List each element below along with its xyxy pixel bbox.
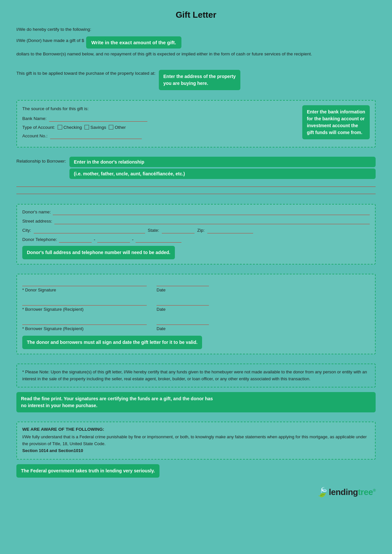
bank-info-row: The source of funds for this gift is: Ba… bbox=[22, 105, 370, 142]
aware-text: I/We fully understand that is a Federal … bbox=[22, 434, 370, 454]
donor-name-row: Donor's name: bbox=[22, 209, 370, 215]
property-callout: Enter the address of the propertyyou are… bbox=[159, 70, 240, 90]
lendingtree-logo: 🍃 lendingtree® bbox=[316, 487, 376, 498]
logo-text: lendingtree® bbox=[329, 487, 376, 497]
date-label-1: Date bbox=[157, 287, 209, 292]
date-line-3[interactable] bbox=[157, 318, 209, 325]
date-block-3: Date bbox=[157, 318, 209, 331]
date-block-2: Date bbox=[157, 298, 209, 312]
checking-cb-bracket bbox=[58, 125, 62, 129]
donor-sig-row: * Donor Signature Date bbox=[22, 279, 370, 292]
logo-row: 🍃 lendingtree® bbox=[16, 487, 376, 498]
bank-callout-wrapper: Enter the bank informationfor the bankin… bbox=[302, 105, 370, 139]
borrower-sig1-label: * Borrower Signature (Recipient) bbox=[22, 307, 147, 312]
bank-name-row: Bank Name: bbox=[22, 116, 297, 122]
date-block-1: Date bbox=[157, 279, 209, 292]
donor-name-field[interactable] bbox=[53, 209, 370, 215]
account-no-label: Account No.: bbox=[22, 133, 47, 138]
state-field[interactable] bbox=[162, 228, 195, 233]
city-label: City: bbox=[22, 228, 31, 233]
other-checkbox[interactable]: Other bbox=[109, 125, 126, 130]
borrower-sig2-row: * Borrower Signature (Recipient) Date bbox=[22, 318, 370, 331]
aware-title: WE ARE AWARE OF THE FOLLOWING: bbox=[22, 427, 370, 432]
street-address-row: Street address: bbox=[22, 218, 370, 224]
savings-label: Savings bbox=[90, 125, 106, 130]
signature-box: * Donor Signature Date * Borrower Signat… bbox=[16, 274, 376, 354]
phone-label: Donor Telephone: bbox=[22, 237, 57, 242]
relationship-callout2: (i.e. mother, father, uncle, aunt, fianc… bbox=[69, 168, 376, 179]
state-label: State: bbox=[148, 228, 159, 233]
phone-last[interactable] bbox=[136, 237, 181, 243]
property-line-before: This gift is to be applied toward the pu… bbox=[16, 70, 156, 77]
gift-line-after: dollars to the Borrower(s) named below, … bbox=[16, 50, 312, 58]
borrower-sig2-block: * Borrower Signature (Recipient) bbox=[22, 318, 147, 331]
checking-checkbox[interactable]: Checking bbox=[58, 125, 82, 130]
donor-info-box: Donor's name: Street address: City: Stat… bbox=[16, 204, 376, 265]
relationship-label: Relationship to Borrower: bbox=[16, 157, 66, 164]
bank-name-label: Bank Name: bbox=[22, 116, 47, 121]
relationship-field2[interactable] bbox=[16, 188, 376, 194]
account-no-row: Account No.: bbox=[22, 133, 297, 139]
borrower-sig1-row: * Borrower Signature (Recipient) Date bbox=[22, 298, 370, 312]
funds-source: The source of funds for this gift is: bbox=[22, 105, 297, 112]
relationship-row: Relationship to Borrower: Enter in the d… bbox=[16, 157, 376, 179]
other-label: Other bbox=[115, 125, 126, 130]
gift-amount-line: I/We (Donor) have made a gift of $ Write… bbox=[16, 36, 376, 61]
relationship-callout1: Enter in the donor's relationship bbox=[69, 157, 376, 167]
bank-name-field[interactable] bbox=[49, 116, 147, 122]
page-title: Gift Letter bbox=[16, 10, 376, 20]
bank-callout: Enter the bank informationfor the bankin… bbox=[302, 105, 370, 139]
borrower-sig2-label: * Borrower Signature (Recipient) bbox=[22, 326, 147, 331]
zip-field[interactable] bbox=[207, 228, 253, 233]
logo-leaf-icon: 🍃 bbox=[316, 487, 328, 498]
checking-label: Checking bbox=[64, 125, 82, 130]
property-line: This gift is to be applied toward the pu… bbox=[16, 70, 376, 90]
gift-line-before: I/We (Donor) have made a gift of $ bbox=[16, 37, 84, 44]
donor-sig-block: * Donor Signature bbox=[22, 279, 147, 292]
date-line-1[interactable] bbox=[157, 279, 209, 286]
savings-checkbox[interactable]: Savings bbox=[84, 125, 106, 130]
note-box: * Please Note: Upon the signature(s) of … bbox=[16, 364, 376, 388]
city-field[interactable] bbox=[34, 228, 145, 233]
donor-sig-label: * Donor Signature bbox=[22, 287, 147, 292]
donor-sig-line[interactable] bbox=[22, 279, 147, 286]
street-address-label: Street address: bbox=[22, 219, 52, 224]
city-state-row: City: State: Zip: bbox=[22, 228, 370, 233]
zip-label: Zip: bbox=[197, 228, 205, 233]
phone-area[interactable] bbox=[59, 237, 92, 243]
borrower-sig1-line[interactable] bbox=[22, 298, 147, 306]
date-line-2[interactable] bbox=[157, 298, 209, 306]
borrower-sig2-line[interactable] bbox=[22, 318, 147, 325]
intro-text: I/We do hereby certify to the following: bbox=[16, 26, 376, 33]
relationship-section: Relationship to Borrower: Enter in the d… bbox=[16, 157, 376, 194]
section-text: Section 1014 and Section1010 bbox=[22, 448, 83, 453]
relationship-field[interactable] bbox=[16, 181, 376, 187]
account-type-row: Type of Account: Checking Savings Other bbox=[22, 125, 297, 130]
date-label-2: Date bbox=[157, 307, 209, 312]
bank-fields: The source of funds for this gift is: Ba… bbox=[22, 105, 297, 142]
account-no-field[interactable] bbox=[50, 133, 142, 139]
borrower-sig1-block: * Borrower Signature (Recipient) bbox=[22, 298, 147, 312]
relationship-callouts: Enter in the donor's relationship (i.e. … bbox=[69, 157, 376, 179]
note-text: * Please Note: Upon the signature(s) of … bbox=[22, 369, 370, 383]
sig-callout: The donor and borrowers must all sign an… bbox=[22, 336, 202, 349]
date-label-3: Date bbox=[157, 326, 209, 331]
savings-cb-bracket bbox=[84, 125, 89, 129]
street-address-field[interactable] bbox=[54, 218, 370, 224]
fine-print-callout: Read the fine print. Your signatures are… bbox=[16, 392, 376, 412]
phone-dash2: - bbox=[132, 237, 134, 242]
donor-address-callout: Donor's full address and telephone numbe… bbox=[22, 246, 175, 259]
aware-box: WE ARE AWARE OF THE FOLLOWING: I/We full… bbox=[16, 422, 376, 459]
account-type-checkboxes: Checking Savings Other bbox=[58, 125, 126, 130]
gift-amount-callout: Write in the exact amount of the gift. bbox=[86, 36, 181, 49]
bank-info-box: The source of funds for this gift is: Ba… bbox=[16, 100, 376, 148]
federal-callout: The Federal government takes truth in le… bbox=[16, 464, 159, 478]
phone-middle[interactable] bbox=[97, 237, 130, 243]
account-type-label: Type of Account: bbox=[22, 125, 55, 130]
phone-row: Donor Telephone: - - bbox=[22, 237, 370, 243]
donor-name-label: Donor's name: bbox=[22, 209, 51, 214]
other-cb-bracket bbox=[109, 125, 113, 129]
phone-dash1: - bbox=[94, 237, 95, 242]
